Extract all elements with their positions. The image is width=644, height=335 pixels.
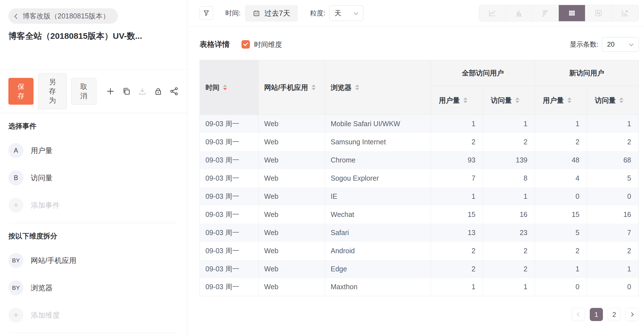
cell-number: 1 xyxy=(483,187,535,205)
cell-number: 2 xyxy=(431,260,483,278)
chevron-left-icon xyxy=(577,312,581,317)
column-label: 访问量 xyxy=(595,96,616,105)
lock-button[interactable] xyxy=(153,86,163,96)
dimension-item-browser[interactable]: BY 浏览器 xyxy=(8,280,179,295)
cell-number: 1 xyxy=(535,115,587,133)
page-title: 博客全站（20180815版本）UV-数... xyxy=(8,30,179,42)
table-row: 09-03 周一WebChrome931394868 xyxy=(200,151,639,169)
cell-text: IE xyxy=(325,187,431,205)
save-as-button[interactable]: 另存为 xyxy=(38,73,67,109)
copy-button[interactable] xyxy=(121,86,131,96)
sort-icon[interactable] xyxy=(223,85,227,90)
save-button[interactable]: 保 存 xyxy=(8,78,34,105)
sort-icon[interactable] xyxy=(463,97,467,103)
column-header-all-users-count[interactable]: 用户量 xyxy=(431,86,483,115)
cell-number: 13 xyxy=(431,224,483,242)
table-row: 09-03 周一WebSogou Explorer7845 xyxy=(200,169,639,187)
cell-text: Web xyxy=(259,205,325,224)
column-header-time[interactable]: 时间 xyxy=(200,60,259,115)
toolbar: 时间: 过去7天 粒度: 天 xyxy=(187,0,644,27)
cell-text: 09-03 周一 xyxy=(200,224,259,242)
page-button-2[interactable]: 2 xyxy=(608,308,621,321)
cell-number: 1 xyxy=(431,115,483,133)
add-button[interactable] xyxy=(105,86,115,96)
column-label: 用户量 xyxy=(439,96,460,105)
add-event-button[interactable]: + 添加事件 xyxy=(8,198,179,213)
cell-number: 16 xyxy=(587,205,639,224)
chart-type-horizontal-bar-button[interactable] xyxy=(532,5,559,21)
cell-number: 2 xyxy=(431,242,483,260)
column-label: 时间 xyxy=(205,83,219,92)
cell-number: 2 xyxy=(483,242,535,260)
cell-number: 68 xyxy=(587,151,639,169)
lock-icon xyxy=(153,87,163,96)
granularity-select[interactable]: 天 xyxy=(329,5,363,21)
event-badge: A xyxy=(8,143,23,158)
dimension-label: 浏览器 xyxy=(31,283,53,293)
cell-number: 0 xyxy=(535,187,587,205)
chart-type-bar-button[interactable] xyxy=(506,5,532,21)
column-header-site[interactable]: 网站/手机应用 xyxy=(259,60,325,115)
actions-row: 保 存 另存为 取 消 xyxy=(8,70,179,113)
cell-number: 139 xyxy=(483,151,535,169)
cell-number: 1 xyxy=(483,115,535,133)
sort-icon[interactable] xyxy=(567,97,571,103)
time-label: 时间: xyxy=(225,9,241,18)
cell-number: 1 xyxy=(587,115,639,133)
chart-type-line-button[interactable] xyxy=(479,5,506,21)
column-label: 用户量 xyxy=(543,96,564,105)
prev-page-button[interactable] xyxy=(572,308,585,321)
sort-icon[interactable] xyxy=(515,97,519,103)
cell-number: 5 xyxy=(587,169,639,187)
filter-icon xyxy=(203,9,210,17)
page-button-1[interactable]: 1 xyxy=(590,308,603,321)
table-row: 09-03 周一WebAndroid2222 xyxy=(200,242,639,260)
chart-type-scatter-button[interactable] xyxy=(612,5,638,21)
granularity-value: 天 xyxy=(335,9,341,18)
sort-icon[interactable] xyxy=(619,97,623,103)
cell-text: Edge xyxy=(325,260,431,278)
column-header-browser[interactable]: 浏览器 xyxy=(325,60,431,115)
page-size-select[interactable]: 20 xyxy=(602,37,639,52)
cell-number: 1 xyxy=(431,278,483,296)
download-icon xyxy=(138,87,147,96)
filter-button[interactable] xyxy=(200,6,213,20)
download-button[interactable] xyxy=(137,86,147,96)
dimension-item-site[interactable]: BY 网站/手机应用 xyxy=(8,253,179,268)
table-row: 09-03 周一WebEdge2211 xyxy=(200,260,639,278)
cell-text: Wechat xyxy=(325,205,431,224)
by-badge: BY xyxy=(8,253,23,268)
group-header-new-users: 新访问用户 xyxy=(535,60,639,86)
cell-text: 09-03 周一 xyxy=(200,115,259,133)
time-dimension-label: 时间维度 xyxy=(254,40,282,49)
cell-text: Samsung Internet xyxy=(325,133,431,151)
event-item-a[interactable]: A 用户量 xyxy=(8,143,179,158)
breadcrumb[interactable]: 博客改版（20180815版本） xyxy=(8,8,118,24)
chart-type-number-button[interactable] xyxy=(585,5,612,21)
event-item-b[interactable]: B 访问量 xyxy=(8,170,179,185)
next-page-button[interactable] xyxy=(626,308,639,321)
sort-icon[interactable] xyxy=(312,85,316,90)
chart-type-table-button[interactable] xyxy=(559,5,585,21)
page-size-label: 显示条数: xyxy=(570,40,598,49)
cell-number: 1 xyxy=(587,260,639,278)
share-button[interactable] xyxy=(169,86,179,96)
section-heading: 选择事件 xyxy=(8,121,179,131)
time-range-button[interactable]: 过去7天 xyxy=(245,5,298,21)
section-split-dimensions: 按以下维度拆分 BY 网站/手机应用 BY 浏览器 + 添加维度 xyxy=(8,223,179,333)
cell-text: Web xyxy=(259,151,325,169)
cell-text: Sogou Explorer xyxy=(325,169,431,187)
chevron-down-icon xyxy=(629,42,634,46)
time-dimension-checkbox[interactable]: 时间维度 xyxy=(242,40,282,49)
cancel-button[interactable]: 取 消 xyxy=(71,78,96,105)
add-dimension-button[interactable]: + 添加维度 xyxy=(8,308,179,323)
cell-text: Web xyxy=(259,242,325,260)
column-header-all-visits-count[interactable]: 访问量 xyxy=(483,86,535,115)
column-header-new-visits-count[interactable]: 访问量 xyxy=(587,86,639,115)
checkbox-checked-icon[interactable] xyxy=(242,40,250,49)
sort-icon[interactable] xyxy=(355,85,359,90)
column-header-new-users-count[interactable]: 用户量 xyxy=(535,86,587,115)
page-size-value: 20 xyxy=(607,40,615,48)
cell-text: 09-03 周一 xyxy=(200,169,259,187)
section-select-events: 选择事件 A 用户量 B 访问量 + 添加事件 xyxy=(8,113,179,223)
